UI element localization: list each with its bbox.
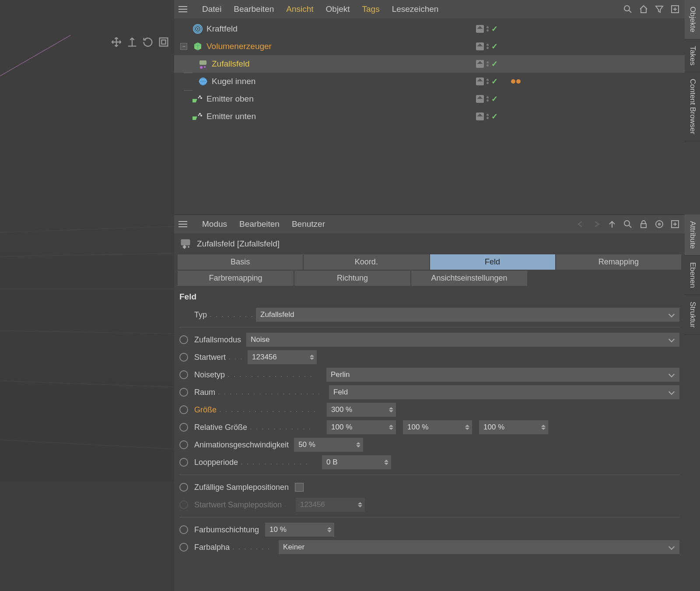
visibility-dots[interactable] <box>486 96 489 102</box>
lock-icon[interactable] <box>638 219 649 229</box>
enable-check[interactable]: ✓ <box>491 94 498 104</box>
relg-y-input[interactable] <box>403 420 464 434</box>
search-icon[interactable] <box>623 219 633 229</box>
tag-icon[interactable] <box>511 79 515 84</box>
side-tab-attribute[interactable]: Attribute <box>685 215 700 256</box>
object-tags[interactable] <box>511 79 521 84</box>
anim-field[interactable] <box>294 438 363 452</box>
tab-basis[interactable]: Basis <box>178 254 303 270</box>
forward-icon[interactable] <box>591 219 602 229</box>
sample-checkbox[interactable] <box>295 483 304 492</box>
menu-modus[interactable]: Modus <box>202 219 227 229</box>
frame-icon[interactable] <box>158 36 170 48</box>
side-tab-content[interactable]: Content Browser <box>685 72 700 141</box>
home-icon[interactable] <box>638 4 649 14</box>
object-tree[interactable]: Kraftfeld✓−Volumenerzeuger✓Zufallsfeld✓K… <box>174 18 685 127</box>
side-tab-takes[interactable]: Takes <box>685 39 700 72</box>
move-icon[interactable] <box>110 36 122 48</box>
tree-row[interactable]: Emitter unten✓ <box>174 108 685 125</box>
tab-richtung[interactable]: Richtung <box>294 271 410 286</box>
raum-select[interactable]: Feld <box>329 385 679 399</box>
spinner-icon[interactable] <box>388 420 396 434</box>
side-tab-ebenen[interactable]: Ebenen <box>685 256 700 295</box>
visibility-dots[interactable] <box>486 114 489 119</box>
menu-objekt[interactable]: Objekt <box>326 4 350 14</box>
updown-icon[interactable] <box>126 36 138 48</box>
filter-icon[interactable] <box>654 4 665 14</box>
menu-lesezeichen[interactable]: Lesezeichen <box>392 4 439 14</box>
tag-icon[interactable] <box>516 79 521 84</box>
tab-koord[interactable]: Koord. <box>304 254 429 270</box>
tree-status[interactable]: ✓ <box>476 24 498 34</box>
spinner-icon[interactable] <box>326 523 334 537</box>
relg-y-field[interactable] <box>403 420 472 434</box>
tree-status[interactable]: ✓ <box>476 77 498 86</box>
param-radio[interactable] <box>179 543 188 552</box>
layer-toggle[interactable] <box>476 95 484 103</box>
relg-z-field[interactable] <box>479 420 548 434</box>
hamburger-icon[interactable] <box>178 221 187 227</box>
tree-row[interactable]: Kraftfeld✓ <box>174 20 685 38</box>
tree-status[interactable]: ✓ <box>476 59 498 69</box>
menu-tags[interactable]: Tags <box>362 4 380 14</box>
tree-status[interactable]: ✓ <box>476 112 498 121</box>
tree-row[interactable]: Kugel innen✓ <box>174 73 685 90</box>
param-radio[interactable] <box>179 353 188 362</box>
groesse-input[interactable] <box>327 403 388 417</box>
search-icon[interactable] <box>623 4 633 14</box>
enable-check[interactable]: ✓ <box>491 59 498 69</box>
tree-row[interactable]: −Volumenerzeuger✓ <box>174 38 685 55</box>
tab-farbremapping[interactable]: Farbremapping <box>178 271 294 286</box>
layer-toggle[interactable] <box>476 42 484 50</box>
farbum-input[interactable] <box>265 523 326 537</box>
param-radio[interactable] <box>179 370 188 379</box>
expand-toggle[interactable]: − <box>180 43 187 50</box>
back-icon[interactable] <box>575 219 586 229</box>
spinner-icon[interactable] <box>309 350 317 364</box>
start-field[interactable] <box>248 350 317 364</box>
hamburger-icon[interactable] <box>178 6 187 12</box>
param-radio[interactable] <box>179 405 188 414</box>
layer-toggle[interactable] <box>476 113 484 120</box>
layer-toggle[interactable] <box>476 25 484 33</box>
visibility-dots[interactable] <box>486 79 489 84</box>
side-tab-objekte[interactable]: Objekte <box>685 0 700 39</box>
enable-check[interactable]: ✓ <box>491 77 498 86</box>
layer-toggle[interactable] <box>476 60 484 68</box>
visibility-dots[interactable] <box>486 61 489 67</box>
tree-status[interactable]: ✓ <box>476 42 498 51</box>
tab-feld[interactable]: Feld <box>430 254 555 270</box>
spinner-icon[interactable] <box>355 438 363 452</box>
rotate-icon[interactable] <box>142 36 154 48</box>
relg-x-input[interactable] <box>327 420 388 434</box>
farbum-field[interactable] <box>265 523 334 537</box>
param-radio[interactable] <box>179 423 188 432</box>
param-radio[interactable] <box>179 458 188 467</box>
add-icon[interactable] <box>670 219 680 229</box>
groesse-field[interactable] <box>327 403 396 417</box>
loop-field[interactable] <box>322 455 391 469</box>
tree-row[interactable]: Emitter oben✓ <box>174 90 685 108</box>
enable-check[interactable]: ✓ <box>491 42 498 51</box>
tab-remapping[interactable]: Remapping <box>556 254 681 270</box>
layer-toggle[interactable] <box>476 77 484 85</box>
enable-check[interactable]: ✓ <box>491 24 498 34</box>
noisetype-select[interactable]: Perlin <box>326 368 679 382</box>
spinner-icon[interactable] <box>388 403 396 417</box>
menu-ansicht[interactable]: Ansicht <box>286 4 313 14</box>
viewport[interactable] <box>0 0 174 591</box>
spinner-icon[interactable] <box>464 420 472 434</box>
param-radio[interactable] <box>179 335 188 344</box>
typ-select[interactable]: Zufallsfeld <box>256 308 679 322</box>
visibility-dots[interactable] <box>486 26 489 32</box>
add-icon[interactable] <box>670 4 680 14</box>
relg-z-input[interactable] <box>479 420 540 434</box>
menu-benutzer[interactable]: Benutzer <box>292 219 325 229</box>
spinner-icon[interactable] <box>383 455 391 469</box>
menu-datei[interactable]: Datei <box>202 4 221 14</box>
farbalpha-select[interactable]: Keiner <box>279 540 679 554</box>
target-icon[interactable] <box>654 219 665 229</box>
param-radio[interactable] <box>179 440 188 449</box>
param-radio[interactable] <box>179 483 188 492</box>
tab-ansicht[interactable]: Ansichtseinstellungen <box>411 271 527 286</box>
